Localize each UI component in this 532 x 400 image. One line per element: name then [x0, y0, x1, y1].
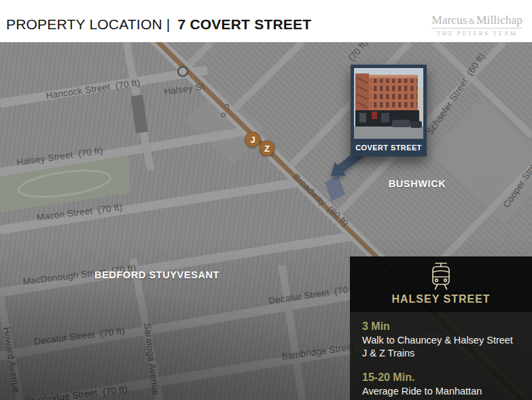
duration-label: 3 Min	[362, 320, 532, 333]
brand-name-first: Marcus	[431, 13, 467, 27]
duration-description: Average Ride to Manhattan	[362, 385, 518, 398]
transit-panel-header: HALSEY STREET	[350, 256, 532, 312]
location-map: Hancock Street (70 ft)Halsey StHalsey St…	[0, 42, 532, 400]
station-circle	[178, 67, 188, 76]
transit-info-panel: HALSEY STREET 3 MinWalk to Chauncey & Ha…	[350, 256, 532, 400]
duration-description: Walk to Chauncey & Halsey Street J & Z T…	[362, 334, 518, 360]
station-dot	[221, 113, 225, 116]
transit-info-item: 3 MinWalk to Chauncey & Halsey Street J …	[362, 320, 532, 360]
slide-header: PROPERTY LOCATION | 7 COVERT STREET Marc…	[0, 0, 532, 42]
property-callout-label: COVERT STREET	[354, 139, 423, 156]
property-callout: COVERT STREET	[351, 65, 427, 156]
ampersand: &	[467, 16, 476, 26]
property-photo	[354, 68, 423, 139]
brand-name: Marcus&Millichap	[431, 14, 522, 29]
transit-info-item: 15-20 Min.Average Ride to Manhattan	[362, 371, 532, 398]
building-photo-illustration	[354, 68, 423, 139]
duration-label: 15-20 Min.	[362, 371, 532, 384]
page-title: PROPERTY LOCATION | 7 COVERT STREET	[6, 16, 311, 33]
transit-info-list: 3 MinWalk to Chauncey & Halsey Street J …	[350, 312, 532, 400]
brand-logo: Marcus&Millichap THE PETERS TEAM	[431, 14, 522, 37]
brand-team: THE PETERS TEAM	[431, 29, 522, 37]
station-name: HALSEY STREET	[391, 293, 490, 305]
brand-name-second: Millichap	[476, 13, 522, 27]
station-dot	[225, 104, 228, 107]
train-icon	[429, 261, 453, 291]
page-title-prefix: PROPERTY LOCATION |	[6, 16, 170, 32]
page-title-property: 7 COVERT STREET	[178, 16, 312, 32]
